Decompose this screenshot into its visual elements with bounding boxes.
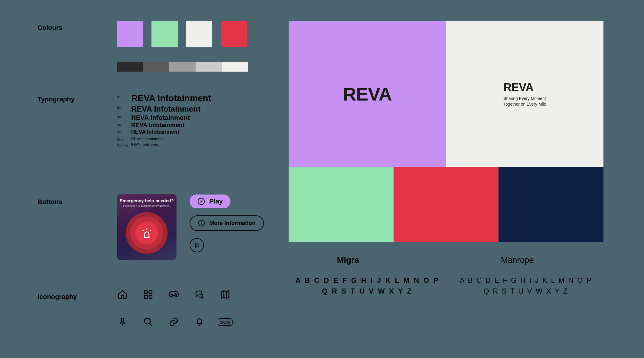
grey-4 (196, 62, 222, 72)
section-typography-label: Typography (38, 95, 75, 103)
typo-h1: REVA Infotainment (131, 93, 211, 103)
section-colours-label: Colours (38, 24, 62, 32)
emergency-card[interactable]: Emergency help needed? Hold button to ca… (117, 194, 177, 260)
typo-h4: REVA Infotainment (131, 122, 185, 129)
font-a-alpha-2: Q R S T U V W X Y Z (289, 287, 446, 295)
link-icon (168, 316, 179, 328)
svg-rect-6 (149, 291, 152, 294)
svg-rect-7 (144, 295, 147, 298)
siren-button[interactable] (126, 212, 168, 254)
map-icon (219, 289, 231, 300)
swatch-cream (186, 21, 212, 47)
font-b-alpha-1: A B C D E F G H I J K L M N O P (447, 276, 605, 285)
typo-label-h3: H3 (117, 116, 121, 119)
palette-greys (117, 62, 248, 72)
typo-label-caption: Caption (117, 144, 128, 147)
grey-5 (222, 62, 248, 72)
reva-logo-small: REVA (503, 81, 546, 94)
gamepad-icon (168, 289, 179, 300)
svg-point-3 (201, 221, 202, 222)
grid-icon (143, 289, 154, 300)
section-buttons-label: Buttons (38, 198, 62, 206)
sos-icon: SOS (219, 316, 231, 328)
home-icon (117, 289, 128, 300)
svg-point-11 (175, 293, 176, 294)
play-button[interactable]: Play (190, 195, 230, 208)
brand-grid: REVA REVA Sharing Every Moment Together … (289, 21, 603, 242)
typo-label-h1: H1 (117, 95, 121, 99)
svg-point-17 (144, 318, 150, 324)
grey-3 (169, 62, 196, 72)
info-button[interactable]: More Information (190, 215, 264, 231)
grey-1 (117, 62, 143, 72)
svg-rect-15 (121, 318, 124, 323)
font-a-alpha-1: A B C D E F G H I J K L M N O P (289, 276, 446, 285)
reva-tagline-1: Sharing Every Moment (503, 96, 546, 101)
play-label: Play (209, 197, 223, 205)
swatch-green (151, 21, 178, 47)
svg-rect-8 (149, 295, 152, 298)
emergency-title: Emergency help needed? (120, 198, 174, 203)
font-b-name: Manrope (501, 255, 534, 265)
typo-label-h4: H4 (117, 124, 121, 127)
brand-tile-purple: REVA (289, 21, 446, 167)
font-b-alpha-2: Q R S T U V W X Y Z (447, 287, 605, 295)
grey-2 (143, 62, 169, 72)
swatch-purple (117, 21, 143, 47)
typo-label-h5: H5 (117, 131, 121, 134)
typo-h2: REVA Infotainment (131, 104, 201, 114)
typo-label-body: Body (117, 138, 124, 141)
brand-tile-green (289, 167, 394, 242)
search-icon (143, 316, 154, 328)
info-label: More Information (209, 220, 256, 226)
bell-icon (194, 316, 205, 328)
icon-row-1 (117, 289, 231, 300)
emergency-subtitle: Hold button to call emergency services. (123, 204, 170, 207)
typo-h3: REVA Infotainment (131, 114, 190, 122)
typo-body: REVA Infotainment (131, 137, 164, 141)
typo-label-h2: H2 (117, 106, 121, 109)
reva-tagline-2: Together on Every Mile (503, 101, 546, 107)
chat-icon (194, 289, 205, 300)
brand-tile-navy (499, 167, 603, 242)
font-a-name: Migra (337, 255, 359, 265)
siren-icon (140, 226, 154, 240)
icon-row-2: SOS (117, 316, 231, 328)
palette-primary (117, 21, 247, 47)
svg-rect-5 (144, 291, 147, 294)
typo-h5: REVA Infotainment (131, 129, 179, 135)
play-icon (197, 197, 205, 205)
svg-point-12 (176, 294, 177, 295)
brand-tile-cream: REVA Sharing Every Moment Together on Ev… (446, 21, 603, 167)
brand-tile-red (394, 167, 499, 242)
section-iconography-label: Iconography (38, 293, 77, 301)
reva-logo-large: REVA (343, 84, 392, 105)
bookmark-icon (193, 242, 200, 249)
swatch-red (221, 21, 247, 47)
typo-caption: REVA Infotainment (131, 143, 159, 146)
info-icon (198, 220, 205, 227)
mic-icon (117, 316, 128, 328)
bookmark-button[interactable] (190, 238, 204, 252)
svg-line-18 (149, 323, 152, 326)
